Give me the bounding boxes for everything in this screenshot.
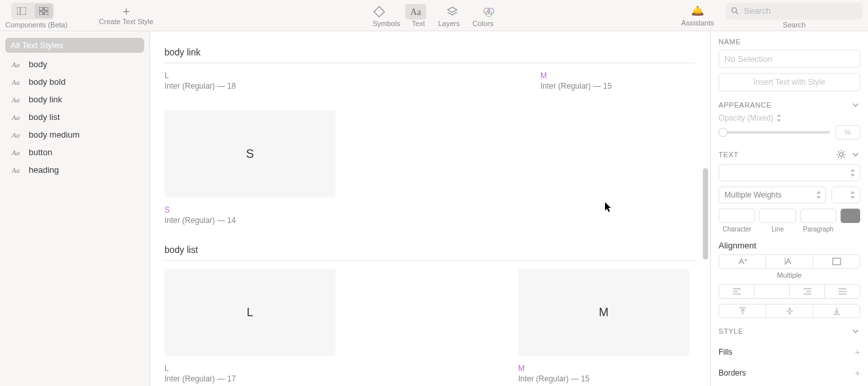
text-label: Text xyxy=(409,20,427,27)
color-swatch[interactable] xyxy=(841,209,860,223)
character-spacing-input[interactable] xyxy=(719,209,755,223)
inspector: NAME No Selection Insert Text with Style… xyxy=(710,31,868,386)
opacity-label: Opacity (Mixed) xyxy=(719,113,860,123)
sidebar-item-label: body medium xyxy=(29,130,80,140)
paragraph-spacing-input[interactable] xyxy=(800,209,837,223)
sidebar-item[interactable]: Aabody bold xyxy=(0,73,149,91)
svg-line-19 xyxy=(844,157,845,158)
auto-width-segment[interactable] xyxy=(719,254,860,269)
multiple-indicator: Multiple xyxy=(719,271,860,279)
sidebar-item[interactable]: Aabody xyxy=(0,55,149,73)
sidebar: All Text Styles Aabody Aabody bold Aabod… xyxy=(0,31,150,386)
add-fill-button[interactable]: + xyxy=(855,347,860,357)
style-cell[interactable]: L L Inter (Regular) — 17 xyxy=(164,269,335,383)
create-label: Create Text Style xyxy=(99,18,154,25)
assistants-icon: 🛎️ xyxy=(691,5,704,17)
gear-icon[interactable] xyxy=(837,150,846,159)
horizontal-align-segment[interactable] xyxy=(719,284,860,299)
sidebar-item[interactable]: Aabutton xyxy=(0,143,149,161)
opacity-percent[interactable]: % xyxy=(835,125,860,140)
sidebar-item[interactable]: Aabody list xyxy=(0,108,149,126)
svg-line-21 xyxy=(844,151,845,153)
layers-label: Layers xyxy=(437,20,461,27)
chevron-down-icon[interactable] xyxy=(851,327,860,336)
scrollbar[interactable] xyxy=(702,31,709,386)
section-title: body list xyxy=(164,245,696,255)
align-right-button[interactable] xyxy=(790,285,825,298)
sidebar-item[interactable]: Aabody link xyxy=(0,91,149,108)
font-size-dropdown[interactable] xyxy=(831,186,860,203)
sidebar-item-label: body list xyxy=(29,112,60,122)
sidebar-item[interactable]: Aaheading xyxy=(0,161,149,179)
name-field[interactable]: No Selection xyxy=(719,50,860,68)
style-meta: Inter (Regular) — 15 xyxy=(540,82,710,91)
preview-card: L xyxy=(164,269,335,356)
align-left-button[interactable] xyxy=(719,285,754,298)
view-mode-segment[interactable] xyxy=(11,3,54,20)
symbols-label: Symbols xyxy=(373,20,400,27)
preview-glyph: M xyxy=(599,306,609,319)
style-cell[interactable]: M Inter (Regular) — 15 xyxy=(540,71,710,91)
sidebar-item-label: body bold xyxy=(29,77,65,87)
font-family-dropdown[interactable] xyxy=(719,164,860,181)
font-weight-value: Multiple Weights xyxy=(724,190,782,200)
style-meta: Inter (Regular) — 18 xyxy=(164,82,335,91)
text-glyph-icon: Aa xyxy=(12,131,22,139)
line-height-input[interactable] xyxy=(759,209,796,223)
vertical-align-segment[interactable] xyxy=(719,304,860,318)
sidebar-all-text-styles[interactable]: All Text Styles xyxy=(5,38,144,53)
size-label: L xyxy=(164,364,335,373)
assistants-label: Assistants xyxy=(681,19,714,27)
svg-line-20 xyxy=(838,157,839,158)
valign-bottom-button[interactable] xyxy=(813,304,860,318)
search-input[interactable] xyxy=(743,5,858,16)
svg-rect-6 xyxy=(44,12,48,15)
insert-text-button[interactable]: Insert Text with Style xyxy=(719,73,860,91)
chevron-down-icon[interactable] xyxy=(851,100,860,110)
fixed-size-option[interactable] xyxy=(813,255,860,268)
sidebar-item-label: body xyxy=(29,59,47,69)
style-cell[interactable]: L Inter (Regular) — 18 xyxy=(164,71,335,91)
text-glyph-icon: Aa xyxy=(12,78,22,86)
scrollbar-thumb[interactable] xyxy=(703,168,708,260)
text-tab-icon[interactable]: Aa xyxy=(405,4,426,20)
divider xyxy=(164,260,696,261)
svg-rect-5 xyxy=(39,12,43,15)
sidebar-item[interactable]: Aabody medium xyxy=(0,126,149,143)
layers-tab-icon[interactable] xyxy=(442,4,463,20)
align-justify-button[interactable] xyxy=(825,285,860,298)
assistants-button[interactable]: 🛎️ Assistants xyxy=(681,5,714,27)
canvas[interactable]: body link L Inter (Regular) — 18 M Inter… xyxy=(150,31,710,386)
character-label: Character xyxy=(719,226,755,233)
dropdown-arrows-icon xyxy=(816,191,822,199)
auto-width-option[interactable] xyxy=(719,255,766,268)
plus-icon: + xyxy=(123,5,130,18)
grid-view-icon[interactable] xyxy=(35,4,53,18)
appearance-header: APPEARANCE xyxy=(719,101,771,109)
slider-knob[interactable] xyxy=(719,128,728,137)
fills-label: Fills xyxy=(719,348,732,357)
valign-top-button[interactable] xyxy=(719,304,766,318)
list-view-icon[interactable] xyxy=(12,4,31,18)
search-field[interactable] xyxy=(726,3,863,20)
size-label: L xyxy=(164,71,335,80)
svg-text:Aa: Aa xyxy=(411,7,422,17)
dropdown-arrows-icon xyxy=(850,169,856,177)
alignment-label: Alignment xyxy=(719,241,860,250)
align-center-button[interactable] xyxy=(754,285,790,298)
paragraph-label: Paragraph xyxy=(800,226,837,233)
symbols-tab-icon[interactable] xyxy=(369,4,390,20)
svg-rect-3 xyxy=(39,7,43,10)
style-cell[interactable]: S S Inter (Regular) — 14 xyxy=(164,110,335,225)
auto-height-option[interactable] xyxy=(766,255,813,268)
create-text-style[interactable]: + Create Text Style xyxy=(67,6,185,25)
colors-tab-icon[interactable] xyxy=(478,4,499,20)
add-border-button[interactable]: + xyxy=(855,368,860,378)
chevron-down-icon[interactable] xyxy=(851,150,860,159)
text-glyph-icon: Aa xyxy=(12,61,22,68)
valign-middle-button[interactable] xyxy=(766,304,813,318)
font-weight-dropdown[interactable]: Multiple Weights xyxy=(719,186,826,203)
style-cell[interactable]: M M Inter (Regular) — 15 xyxy=(518,269,689,383)
opacity-slider[interactable] xyxy=(719,131,830,134)
preview-card: M xyxy=(518,269,689,356)
